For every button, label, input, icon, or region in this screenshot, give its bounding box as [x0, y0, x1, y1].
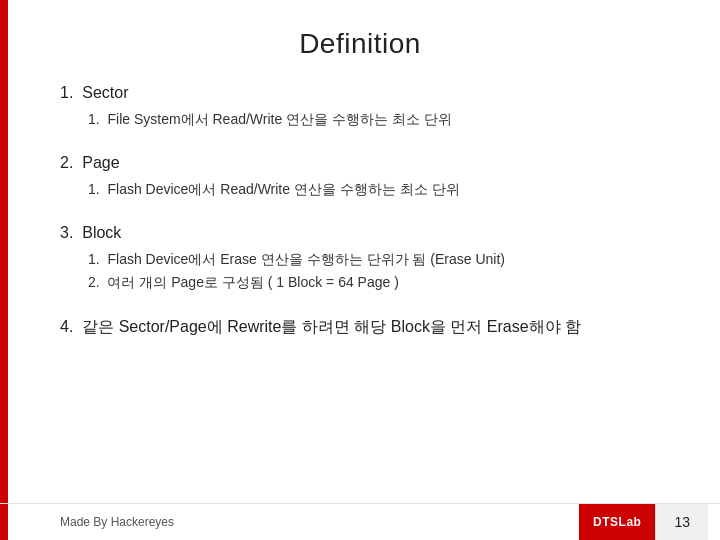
list-item: 2. Page 1. Flash Device에서 Read/Write 연산을…: [60, 154, 672, 202]
list-item: 4. 같은 Sector/Page에 Rewrite를 하려면 해당 Block…: [60, 317, 672, 338]
item-label: Sector: [82, 84, 128, 101]
dtslab-badge: DTSLab: [579, 504, 655, 540]
sub-item: 1. File System에서 Read/Write 연산을 수행하는 최소 …: [60, 108, 672, 132]
item-number: 1.: [60, 84, 73, 101]
item-header: 2. Page: [60, 154, 672, 172]
item-label: Block: [82, 224, 121, 241]
content-area: 1. Sector 1. File System에서 Read/Write 연산…: [0, 84, 720, 338]
page-number: 13: [655, 504, 708, 540]
sub-item: 2. 여러 개의 Page로 구성됨 ( 1 Block = 64 Page ): [60, 271, 672, 295]
item-header: 3. Block: [60, 224, 672, 242]
item-label: 같은 Sector/Page에 Rewrite를 하려면 해당 Block을 먼…: [82, 318, 581, 335]
footer-right: DTSLab 13: [579, 504, 708, 540]
list-item: 3. Block 1. Flash Device에서 Erase 연산을 수행하…: [60, 224, 672, 296]
item-number: 4.: [60, 318, 73, 335]
made-by-label: Made By Hackereyes: [60, 515, 174, 529]
item-header: 1. Sector: [60, 84, 672, 102]
page-title: Definition: [0, 0, 720, 84]
sub-item: 1. Flash Device에서 Erase 연산을 수행하는 단위가 됨 (…: [60, 248, 672, 272]
red-accent-bar: [0, 0, 8, 540]
item-label: Page: [82, 154, 119, 171]
item-number: 2.: [60, 154, 73, 171]
list-item: 1. Sector 1. File System에서 Read/Write 연산…: [60, 84, 672, 132]
footer: Made By Hackereyes DTSLab 13: [0, 504, 720, 540]
sub-item: 1. Flash Device에서 Read/Write 연산을 수행하는 최소…: [60, 178, 672, 202]
item-header: 4. 같은 Sector/Page에 Rewrite를 하려면 해당 Block…: [60, 317, 672, 338]
item-number: 3.: [60, 224, 73, 241]
